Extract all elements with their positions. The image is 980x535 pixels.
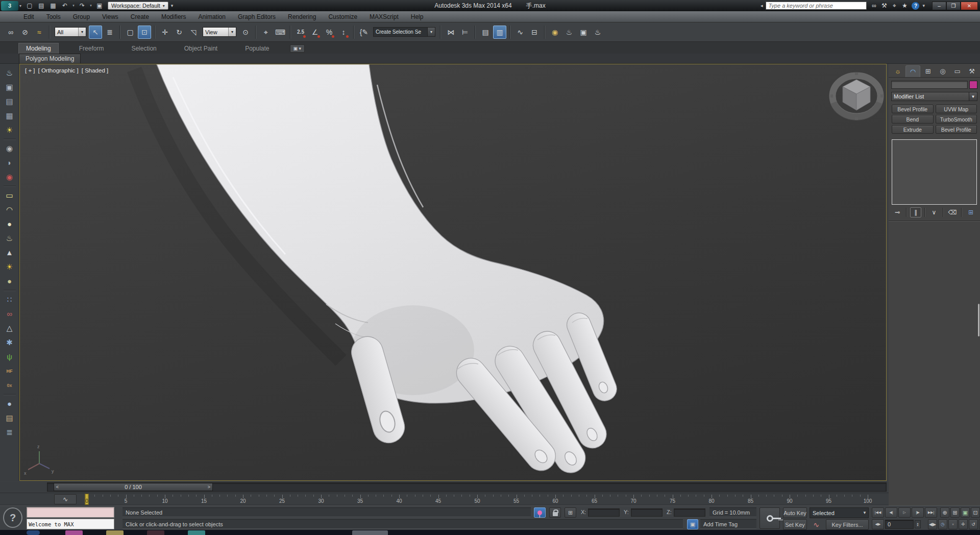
- infocenter-expander-icon[interactable]: ◂: [761, 3, 763, 8]
- camera-shaded-icon[interactable]: ◗: [3, 156, 17, 169]
- hair-modifier-icon[interactable]: HF: [3, 364, 17, 378]
- set-key-button[interactable]: Set Key: [783, 519, 807, 530]
- modifier-button-turbosmooth-3[interactable]: TurboSmooth: [936, 115, 977, 124]
- unlink-selection-button[interactable]: ⊘: [18, 26, 32, 39]
- plane-primitive-icon[interactable]: ▭: [3, 188, 17, 202]
- render-teapot-icon[interactable]: ♨: [3, 66, 17, 80]
- menu-help[interactable]: Help: [405, 11, 430, 22]
- angle-snap-toggle-button[interactable]: ∠: [308, 26, 322, 39]
- time-slider-track[interactable]: < 0 / 100 >: [47, 482, 887, 492]
- remove-modifier-icon[interactable]: ⌫: [947, 207, 958, 217]
- favorites-star-icon[interactable]: ★: [900, 2, 909, 9]
- align-button[interactable]: ⊨: [458, 26, 472, 39]
- close-button[interactable]: ✕: [961, 2, 978, 10]
- keyboard-shortcut-override-button[interactable]: ⌨: [274, 26, 287, 39]
- modifier-button-uvw-map-1[interactable]: UVW Map: [936, 105, 977, 113]
- window-crossing-button[interactable]: ⊡: [138, 26, 151, 39]
- select-and-scale-button[interactable]: ◹: [187, 26, 200, 39]
- menu-rendering[interactable]: Rendering: [282, 11, 322, 22]
- orbit-button[interactable]: ↺: [969, 519, 978, 529]
- menu-maxscript[interactable]: MAXScript: [363, 11, 405, 22]
- ribbon-display-options-button[interactable]: ▣ ▾: [290, 44, 305, 53]
- app-menu-arrow-icon[interactable]: ▾: [19, 4, 21, 8]
- modifier-button-bend-2[interactable]: Bend: [892, 115, 934, 124]
- selection-lock-toggle[interactable]: [549, 507, 561, 518]
- trackbar-ruler[interactable]: 0510152025303540455055606570758085909510…: [87, 493, 868, 506]
- key-mode-toggle-button[interactable]: ◀▶: [928, 519, 937, 529]
- redo-icon[interactable]: ↷: [77, 1, 87, 10]
- selection-filter-select[interactable]: All▾: [55, 27, 86, 37]
- edit-named-selection-sets-button[interactable]: {✎: [357, 26, 371, 39]
- cone-light-icon[interactable]: ▲: [3, 246, 17, 259]
- pin-stack-icon[interactable]: ⊸: [892, 207, 903, 217]
- maxscript-mini-listener[interactable]: Welcome to MAX: [27, 519, 114, 529]
- save-file-icon[interactable]: ▦: [48, 1, 58, 10]
- texture-tiles-icon[interactable]: ▤: [3, 411, 17, 425]
- render-setup-button[interactable]: ♨: [562, 26, 576, 39]
- absolute-offset-mode-toggle[interactable]: ⊞: [565, 507, 576, 518]
- macro-recorder-box[interactable]: [27, 507, 114, 518]
- workspace-select[interactable]: Workspace: Default ▾: [108, 2, 168, 10]
- frame-spinner[interactable]: ▲▼: [915, 520, 921, 528]
- toggle-layer-explorer-button[interactable]: ▥: [493, 26, 506, 39]
- menu-customize[interactable]: Customize: [322, 11, 363, 22]
- menu-modifiers[interactable]: Modifiers: [155, 11, 192, 22]
- time-configuration-button[interactable]: ◷: [938, 519, 947, 529]
- ribbon-tab-modeling[interactable]: Modeling: [18, 43, 59, 54]
- open-file-icon[interactable]: ▤: [36, 1, 46, 10]
- key-filter-scope-select[interactable]: Selected ▼: [810, 507, 869, 518]
- display-tab[interactable]: ▭: [950, 65, 965, 77]
- make-unique-icon[interactable]: ∨: [928, 207, 940, 217]
- camera-projection-icon[interactable]: △: [3, 321, 17, 335]
- sphere-olive-icon[interactable]: ●: [3, 274, 17, 288]
- environment-dialog-icon[interactable]: ▦: [3, 109, 17, 123]
- bind-to-space-warp-button[interactable]: ≈: [33, 26, 46, 39]
- pan-view-button[interactable]: ✛: [959, 519, 968, 529]
- named-selection-sets-select[interactable]: Create Selection Se▾: [373, 27, 435, 37]
- taskbar-start-orb[interactable]: [27, 530, 40, 535]
- search-binoculars-icon[interactable]: ∞: [870, 2, 878, 9]
- viewport[interactable]: [ + ] [ Orthographic ] [ Shaded ]: [19, 64, 887, 481]
- menu-tools[interactable]: Tools: [40, 11, 67, 22]
- script-listener-icon[interactable]: ≣: [3, 425, 17, 439]
- taskbar-app-icon[interactable]: [106, 530, 124, 535]
- sun-daylight-icon[interactable]: ☀: [3, 260, 17, 274]
- key-filters-button[interactable]: Key Filters...: [826, 519, 869, 530]
- mirror-button[interactable]: ⋈: [444, 26, 457, 39]
- select-and-link-button[interactable]: ∞: [4, 26, 17, 39]
- fur-modifier-icon[interactable]: 0x: [3, 378, 17, 392]
- taskbar-app-icon[interactable]: [188, 530, 205, 535]
- menu-group[interactable]: Group: [67, 11, 96, 22]
- rectangular-selection-region-button[interactable]: ▢: [124, 26, 137, 39]
- select-and-manipulate-button[interactable]: ⌖: [259, 26, 273, 39]
- help-dropdown-icon[interactable]: ▾: [922, 3, 925, 8]
- isolate-selection-toggle[interactable]: [534, 507, 546, 518]
- polygon-modeling-panel[interactable]: Polygon Modeling: [19, 54, 81, 63]
- select-object-button[interactable]: ↖: [89, 26, 102, 39]
- rendered-frame-icon[interactable]: ▣: [3, 80, 17, 94]
- fetch-icon[interactable]: ▣: [94, 1, 105, 10]
- spinner-snap-toggle-button[interactable]: ↕: [337, 26, 350, 39]
- viewport-general-menu[interactable]: [ + ]: [25, 67, 35, 74]
- render-production-button[interactable]: ♨: [591, 26, 604, 39]
- rendered-frame-window-button[interactable]: ▣: [577, 26, 590, 39]
- configure-modifier-sets-icon[interactable]: ⊞: [965, 207, 976, 217]
- next-frame-button[interactable]: |▶: [912, 507, 924, 518]
- communication-center-icon[interactable]: ⌖: [890, 2, 898, 9]
- layer-manager-button[interactable]: ▤: [479, 26, 492, 39]
- play-animation-button[interactable]: ▷: [898, 507, 911, 518]
- percent-snap-toggle-button[interactable]: %: [323, 26, 336, 39]
- help-mode-button[interactable]: ?: [3, 507, 22, 528]
- menu-edit[interactable]: Edit: [17, 11, 40, 22]
- current-frame-field[interactable]: 0: [885, 520, 914, 529]
- video-camera-icon[interactable]: ◉: [3, 170, 17, 184]
- panel-scrollbar[interactable]: [978, 304, 979, 336]
- disc-primitive-icon[interactable]: ●: [3, 217, 17, 231]
- new-scene-icon[interactable]: ▢: [24, 1, 35, 10]
- key-mode-toggle-button[interactable]: ◀▶: [872, 519, 884, 529]
- modify-tab[interactable]: ◠: [905, 65, 921, 77]
- toolbar-overflow-icon[interactable]: ▾: [171, 3, 174, 8]
- menu-create[interactable]: Create: [125, 11, 155, 22]
- modifier-button-extrude-4[interactable]: Extrude: [892, 125, 934, 134]
- utilities-tab[interactable]: ⚒: [965, 65, 979, 77]
